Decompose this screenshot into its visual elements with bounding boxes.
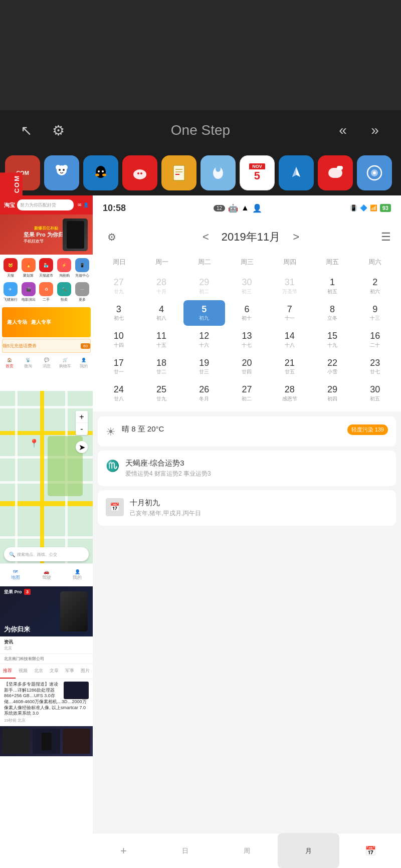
map-search-bar[interactable]: 🔍 搜索地点、路线、公交 [4,547,89,561]
day-cell[interactable]: 6初十 [226,300,268,326]
shopping-coupon[interactable]: 领5元充值话费券 60 [2,339,91,353]
bottom-nav-day[interactable]: 日 [154,833,216,868]
app-icon-weibo[interactable] [122,155,157,190]
mini-icon-auction[interactable]: 🔨 拍卖 [56,281,73,304]
news-tab-video[interactable]: 视频 [16,664,31,679]
date-info-card[interactable]: 📅 十月初九 己亥年,猪年,甲戌月,丙午日 [98,490,396,526]
shopping-tab-cart[interactable]: 🛒 购物车 [56,358,74,369]
day-cell[interactable]: 7十一 [269,300,310,326]
calendar-next-arrow[interactable]: > [290,228,302,246]
news-article-1[interactable]: 【坚果多多专题报道】速读新手…详解1286款处理器866+256 GB…UFS … [0,679,93,726]
app-icon-qq[interactable] [83,155,118,190]
day-cell[interactable]: 18廿二 [140,354,182,380]
day-cell[interactable]: 2初六 [354,273,396,299]
battery-indicator: 93 [380,204,391,212]
map-location-btn[interactable]: ➤ [76,441,88,453]
date-info-sub: 己亥年,猪年,甲戌月,丙午日 [130,509,388,518]
day-cell[interactable]: 24廿八 [98,380,139,406]
mini-icon-movie[interactable]: 🎬 电影演出 [20,281,37,304]
mini-icon-secondhand[interactable]: ♻ 二手 [38,281,55,304]
news-tab-beijing[interactable]: 北京 [31,664,47,679]
day-cell[interactable]: 14十八 [269,327,310,353]
shopping-tab-home[interactable]: 🏠 首页 [0,358,19,369]
calendar-menu-icon[interactable]: ☰ [381,231,391,244]
day-cell[interactable]: 28感恩节 [269,380,310,406]
app-icon-mail[interactable] [200,155,236,190]
calendar-settings-icon[interactable]: ⚙ [103,228,121,246]
day-cell[interactable]: 17廿一 [98,354,139,380]
weather-card[interactable]: ☀ 晴 8 至 20°C 轻度污染 139 [98,416,396,447]
map-tab-map[interactable]: 🗺 地图 [0,569,31,581]
app-icon-calendar[interactable]: NOV 5 [240,155,275,190]
shopping-icons-grid: 🐱 天猫 🔥 聚划算 🏪 天猫超市 ⚡ 淘抢购 📱 充值中心 [0,255,93,306]
day-cell-today[interactable]: 5初九 [183,300,225,326]
mini-icon-qianggou[interactable]: ⚡ 淘抢购 [56,257,73,280]
shopping-search-bar[interactable]: 努力为你匹配好货 [17,199,74,210]
day-cell[interactable]: 19廿三 [183,354,225,380]
shopping-tab-mine[interactable]: 👤 我的 [74,358,93,369]
day-cell[interactable]: 1初五 [311,273,353,299]
mini-icon-recharge[interactable]: 📱 充值中心 [74,257,91,280]
app-icon-navigation[interactable] [279,155,314,190]
news-tab-recommend[interactable]: 推荐 [0,664,16,679]
day-cell[interactable]: 13十七 [226,327,268,353]
day-cell[interactable]: 27廿九 [98,273,139,299]
calendar-prev-arrow[interactable]: < [200,228,212,246]
day-cell[interactable]: 31万圣节 [269,273,310,299]
news-tab-military[interactable]: 军事 [62,664,77,679]
app-icon-facedog[interactable] [44,155,79,190]
day-cell[interactable]: 9十三 [354,300,396,326]
app-icon-notebook[interactable] [161,155,196,190]
day-cell[interactable]: 29初二 [183,273,225,299]
add-icon: + [120,844,127,857]
app-icon-weibo2[interactable] [318,155,353,190]
mini-icon-juhua[interactable]: 🔥 聚划算 [20,257,37,280]
shopping-tab-msg[interactable]: 💬 消息 [37,358,56,369]
horoscope-card[interactable]: ♏ 天蝎座·综合运势3 爱情运势4 财富运势2 事业运势3 [98,451,396,486]
bottom-nav-week[interactable]: 周 [216,833,278,868]
day-cell[interactable]: 30初五 [354,380,396,406]
news-tab-photo[interactable]: 图片 [77,664,93,679]
day-cell[interactable]: 22小雪 [311,354,353,380]
day-cell[interactable]: 11十五 [140,327,182,353]
mini-icon-more[interactable]: ··· 更多 [74,281,91,304]
mini-icon-tianmao[interactable]: 🐱 天猫 [2,257,19,280]
nav-right-icon[interactable]: » [364,119,386,141]
day-cell[interactable]: 12十六 [183,327,225,353]
status-bar: 10:58 12 🤖 ▲ 👤 📳 🔷 📶 93 [93,195,401,221]
bottom-nav-calendar[interactable]: 📅 [339,833,401,868]
day-cell[interactable]: 27初二 [226,380,268,406]
svg-point-4 [63,169,65,171]
day-cell[interactable]: 20廿四 [226,354,268,380]
mini-icon-feizhu[interactable]: ✈ 飞猪旅行 [2,281,19,304]
day-cell[interactable]: 10十四 [98,327,139,353]
news-tab-article[interactable]: 文章 [46,664,62,679]
day-cell[interactable]: 4初八 [140,300,182,326]
day-cell[interactable]: 23廿七 [354,354,396,380]
svg-point-8 [95,174,99,176]
calendar-header: ⚙ < 2019年11月 > ☰ [93,221,401,254]
map-zoom-in[interactable]: + [76,411,88,423]
day-cell[interactable]: 16二十 [354,327,396,353]
day-cell[interactable]: 25廿九 [140,380,182,406]
shopping-tab-weita[interactable]: 📡 微淘 [19,358,37,369]
app-icon-browser[interactable] [357,155,392,190]
back-arrow-icon[interactable]: ↖ [15,119,37,141]
day-cell[interactable]: 21廿五 [269,354,310,380]
day-cell[interactable]: 26冬月 [183,380,225,406]
day-cell[interactable]: 28十月 [140,273,182,299]
day-cell[interactable]: 30初三 [226,273,268,299]
map-tab-mine[interactable]: 👤 我的 [62,569,93,581]
settings-icon[interactable]: ⚙ [47,119,69,141]
day-cell[interactable]: 29初四 [311,380,353,406]
mini-icon-supermarket[interactable]: 🏪 天猫超市 [38,257,55,280]
svg-point-7 [102,170,104,172]
day-cell[interactable]: 8立冬 [311,300,353,326]
day-cell[interactable]: 3初七 [98,300,139,326]
bottom-nav-add[interactable]: + [93,833,154,868]
bottom-nav-month[interactable]: 月 [278,833,339,868]
map-zoom-out[interactable]: - [76,423,88,435]
map-tab-drive[interactable]: 🚗 驾驶 [31,569,62,581]
nav-left-icon[interactable]: « [332,119,354,141]
day-cell[interactable]: 15十九 [311,327,353,353]
